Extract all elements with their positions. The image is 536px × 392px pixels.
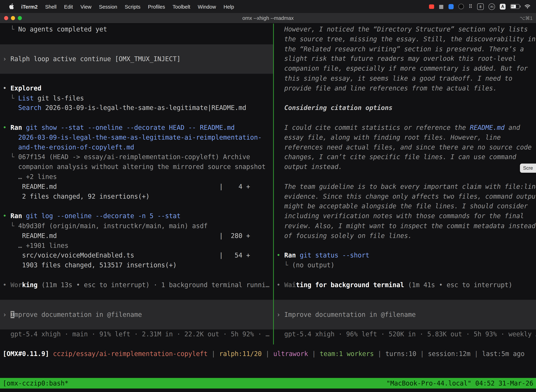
- menu-item-edit[interactable]: Edit: [60, 4, 77, 9]
- terminal-line: the source tree, missing the essay. Stil…: [277, 34, 536, 44]
- terminal-line: this single essay, it seems like a good …: [277, 74, 536, 84]
- text-segment: (11m 13s • esc to interrupt) · 1 backgro…: [38, 281, 269, 288]
- text-segment: src/voice/voiceModeEnabled.ts | 54 +: [3, 252, 250, 259]
- text-segment: essay file, along with finding root file…: [277, 134, 501, 141]
- waiting-status-line: • Waiting for background terminal (1m 41…: [277, 280, 536, 290]
- text-segment: └: [3, 222, 18, 229]
- text-segment: Ran: [10, 124, 22, 131]
- menu-item-window[interactable]: Window: [194, 4, 220, 9]
- text-segment: •: [3, 85, 10, 92]
- terminal-line: 1903 files changed, 513517 insertions(+): [3, 261, 273, 270]
- text-segment: slight risk that future readers may over…: [277, 55, 516, 62]
- blank-line: [3, 202, 273, 211]
- screen-share-overlay-tab[interactable]: Scre: [520, 163, 536, 173]
- text-segment: I could cite commit statistics or refere…: [277, 124, 470, 131]
- terminal-line: The team guideline is to back every impo…: [277, 182, 536, 192]
- blank-line: [277, 93, 536, 103]
- screen-recording-indicator-icon[interactable]: [429, 4, 434, 9]
- text-segment: ›: [3, 311, 10, 318]
- team-label: team:1 workers: [320, 350, 374, 357]
- text-segment: [22, 212, 26, 219]
- menu-item-profiles[interactable]: Profiles: [144, 4, 169, 9]
- terminal-line: … +1901 lines: [3, 241, 273, 251]
- command-text: git show --stat --oneline --decorate HEA…: [26, 124, 234, 131]
- menu-item-help[interactable]: Help: [220, 4, 238, 9]
- text-segment: The team guideline is to back every impo…: [277, 183, 536, 190]
- apple-menu-icon[interactable]: [5, 3, 17, 9]
- text-segment: the “Related research writing” section i…: [277, 45, 524, 52]
- terminal-line: output instead.: [277, 162, 536, 172]
- terminal-line: … +2 lines: [3, 172, 273, 182]
- text-segment: ting for background terminal: [296, 281, 404, 288]
- composer-input[interactable]: › Improve documentation in @filename: [274, 300, 536, 329]
- terminal-line: └ 4b9d30f (origin/main, instructkr/main,…: [3, 221, 273, 231]
- wifi-icon[interactable]: [524, 4, 531, 9]
- window-manager-icon[interactable]: ▦: [439, 3, 444, 9]
- text-segment: └: [3, 94, 18, 102]
- tmux-status-bar: [omx-cczip0:bash* "MacBook-Pro-44.local"…: [0, 378, 536, 388]
- terminal-line: • Ran git status --short: [277, 251, 536, 261]
- command-text: git log --oneline --decorate -n 5 --stat: [26, 212, 180, 219]
- dots-grid-icon[interactable]: ⠿: [469, 3, 472, 9]
- text-segment: 1903 files changed, 513517 insertions(+): [3, 261, 177, 269]
- text-segment: |: [374, 350, 385, 357]
- text-segment: and: [505, 124, 520, 131]
- blank-line: [3, 270, 273, 280]
- text-segment: |: [208, 350, 219, 357]
- terminal-line: └ (no output): [277, 261, 536, 270]
- menu-item-session[interactable]: Session: [95, 4, 121, 9]
- right-agent-pane[interactable]: However, I noticed the “Directory Struct…: [274, 23, 536, 344]
- text-segment: 067f154 (HEAD -> essay/ai-reimplementati…: [18, 154, 250, 161]
- turns-label: turns:10: [385, 350, 416, 357]
- ralph-inject-banner: › Ralph loop active continue [OMX_TMUX_I…: [0, 44, 273, 74]
- menu-app-name[interactable]: iTerm2: [17, 4, 41, 9]
- terminal-line: including verification notes with those …: [277, 211, 536, 221]
- blank-line: [3, 34, 273, 44]
- text-segment: •: [3, 281, 10, 288]
- terminal-line: src/voice/voiceModeEnabled.ts | 54 +: [3, 251, 273, 261]
- terminal-line: └ 067f154 (HEAD -> essay/ai-reimplementa…: [3, 152, 273, 162]
- terminal-line: README.md | 4 +: [3, 182, 273, 192]
- text-segment: … +2 lines: [3, 173, 57, 180]
- terminal-line: However, I noticed the “Directory Struct…: [277, 25, 536, 34]
- text-segment: |: [308, 350, 320, 357]
- text-segment: [3, 104, 18, 112]
- key-8-icon[interactable]: 8: [477, 3, 484, 10]
- text-segment: Explored: [10, 85, 42, 92]
- text-segment: changes, I can’t cite specific file line…: [277, 154, 516, 161]
- text-segment: [296, 252, 300, 259]
- text-segment: references need actual files, and since …: [277, 144, 532, 151]
- menu-item-shell[interactable]: Shell: [41, 4, 60, 9]
- blank-line: [277, 270, 536, 280]
- menu-item-toolbelt[interactable]: Toolbelt: [169, 4, 194, 9]
- input-source-icon[interactable]: A: [500, 4, 506, 9]
- window-hotkey-hint: ⌥⌘1: [520, 13, 533, 23]
- text-segment: provide file and line references from th…: [277, 85, 497, 92]
- text-segment: Ran: [10, 212, 22, 219]
- terminal-line: review. Also, I might want to inspect th…: [277, 221, 536, 231]
- session-label: session:12m: [428, 350, 470, 357]
- menu-item-view[interactable]: View: [77, 4, 95, 9]
- text-segment: Ran: [284, 252, 296, 259]
- text-segment: and-the-erosion-of-copyleft.md: [3, 144, 134, 151]
- mode-label: ultrawork: [273, 350, 308, 357]
- menu-bar-left: iTerm2 ShellEditViewSessionScriptsProfil…: [0, 3, 238, 9]
- window-title: omx --xhigh --madmax: [0, 13, 536, 23]
- badge-61-icon[interactable]: .61: [488, 3, 495, 10]
- left-agent-pane[interactable]: └ No agents completed yet› Ralph loop ac…: [0, 23, 273, 344]
- text-segment: gpt-5.4 xhigh · 96% left · 520K in · 5.8…: [277, 330, 536, 338]
- text-segment: git ls-files: [34, 94, 84, 102]
- terminal-line: companion file, especially if more comme…: [277, 64, 536, 74]
- terminal-window: └ No agents completed yet› Ralph loop ac…: [0, 23, 536, 392]
- text-segment: the source tree, missing the essay. Stil…: [277, 36, 536, 43]
- text-segment: gpt-5.4 xhigh · main · 91% left · 2.31M …: [3, 330, 270, 338]
- composer-input[interactable]: › Improve documentation in @filename: [0, 300, 273, 329]
- apple-logo-svg: [9, 3, 14, 9]
- text-segment: README.md | 280 +: [3, 232, 250, 239]
- battery-icon[interactable]: 61: [510, 4, 519, 9]
- menu-item-scripts[interactable]: Scripts: [121, 4, 144, 9]
- window-titlebar: omx --xhigh --madmax ⌥⌘1: [0, 13, 536, 23]
- dark-app-icon[interactable]: [459, 4, 464, 9]
- blue-app-icon[interactable]: [448, 4, 454, 9]
- text-segment: └: [277, 261, 292, 269]
